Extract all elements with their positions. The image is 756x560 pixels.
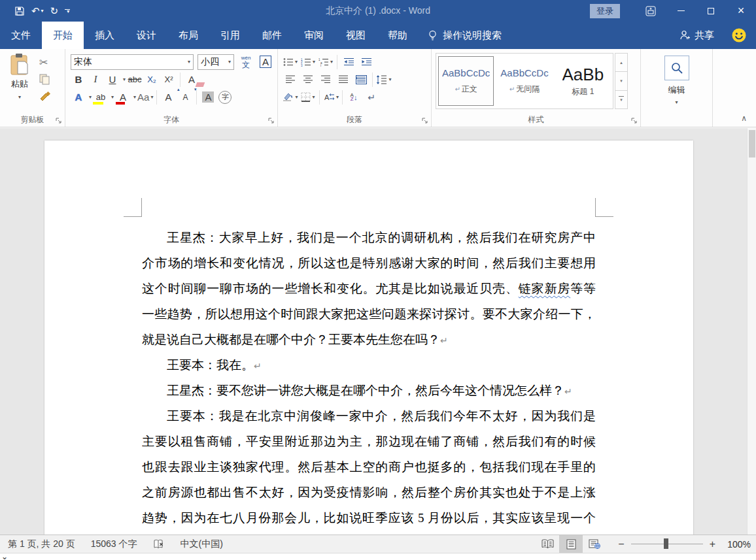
- font-color-button[interactable]: A: [115, 90, 131, 105]
- word-count[interactable]: 15063 个字: [83, 538, 145, 550]
- vertical-scrollbar[interactable]: [747, 128, 756, 535]
- tab-design[interactable]: 设计: [126, 22, 167, 49]
- tab-review[interactable]: 审阅: [293, 22, 335, 49]
- close-button[interactable]: ×: [726, 0, 756, 22]
- styles-more-button[interactable]: ▾: [615, 91, 628, 109]
- shrink-font-button[interactable]: A▾: [177, 90, 193, 105]
- format-painter-button[interactable]: [39, 90, 51, 103]
- editing-search-button[interactable]: [664, 56, 689, 80]
- read-mode-button[interactable]: [536, 535, 559, 553]
- smiley-feedback-icon[interactable]: [731, 27, 747, 43]
- styles-dialog-launcher[interactable]: [631, 118, 638, 124]
- italic-button[interactable]: I: [88, 72, 103, 88]
- tab-view[interactable]: 视图: [335, 22, 377, 49]
- distribute-button[interactable]: [352, 72, 369, 88]
- styles-scroll-up-button[interactable]: ▴: [615, 53, 628, 72]
- share-button[interactable]: 共享: [679, 29, 714, 42]
- shading-button[interactable]: ▾: [282, 90, 299, 105]
- redo-button[interactable]: ↻: [50, 5, 59, 17]
- chevron-down-icon[interactable]: ⌄: [1, 553, 8, 560]
- undo-button[interactable]: ↶▾: [31, 5, 44, 17]
- decrease-indent-button[interactable]: [340, 54, 357, 70]
- line-spacing-button[interactable]: ▾: [375, 72, 392, 88]
- ribbon-home: 粘贴 ▾ ✂ 剪贴板: [0, 49, 756, 127]
- phonetic-guide-button[interactable]: wén 文: [238, 54, 254, 70]
- ribbon-display-options-button[interactable]: [636, 0, 666, 22]
- justify-button[interactable]: [335, 72, 352, 88]
- clipboard-dialog-launcher[interactable]: [56, 118, 62, 124]
- character-border-button[interactable]: A: [258, 54, 273, 70]
- customize-qat-button[interactable]: ▾: [65, 9, 70, 13]
- document-text[interactable]: 王星杰：大家早上好，我们是一个北京的调研机构，然后我们在研究房产中 介市场的增长…: [142, 225, 596, 535]
- copy-button[interactable]: [39, 73, 51, 86]
- styles-scroll-down-button[interactable]: ▾: [615, 72, 628, 90]
- align-right-button[interactable]: [317, 72, 334, 88]
- page-indicator[interactable]: 第 1 页, 共 20 页: [0, 538, 83, 550]
- style-heading1[interactable]: AaBb 标题 1: [555, 56, 611, 106]
- cut-button[interactable]: ✂: [39, 56, 51, 69]
- document-page[interactable]: 王星杰：大家早上好，我们是一个北京的调研机构，然后我们在研究房产中 介市场的增长…: [44, 140, 693, 535]
- zoom-out-button[interactable]: −: [618, 538, 624, 550]
- zoom-percentage[interactable]: 100%: [722, 539, 751, 550]
- minimize-button[interactable]: [666, 0, 696, 22]
- superscript-button[interactable]: X²: [161, 72, 177, 88]
- print-layout-button[interactable]: [559, 535, 583, 553]
- grow-font-button[interactable]: A▴: [160, 90, 176, 105]
- text-effects-button[interactable]: A: [71, 90, 86, 105]
- language-indicator[interactable]: 中文(中国): [173, 538, 231, 550]
- sort-button[interactable]: A Z ↓: [345, 90, 362, 105]
- paste-button[interactable]: 粘贴 ▾: [7, 53, 33, 103]
- change-case-button[interactable]: Aa▾: [137, 90, 153, 105]
- align-center-button[interactable]: [300, 72, 317, 88]
- borders-button[interactable]: ▾: [300, 90, 317, 105]
- editing-dropdown-icon[interactable]: ▾: [675, 99, 678, 105]
- increase-indent-button[interactable]: [358, 54, 375, 70]
- highlight-color-button[interactable]: ab: [93, 90, 109, 105]
- zoom-slider[interactable]: [631, 544, 703, 544]
- font-name-combobox[interactable]: 宋体 ▾: [71, 54, 194, 70]
- tab-home[interactable]: 开始: [42, 22, 84, 49]
- undo-dropdown-icon[interactable]: ▾: [41, 8, 44, 14]
- enclose-characters-button[interactable]: 字: [217, 90, 233, 105]
- maximize-button[interactable]: [696, 0, 726, 22]
- print-layout-icon: [566, 539, 576, 550]
- tab-references[interactable]: 引用: [209, 22, 251, 49]
- multilevel-list-button[interactable]: 1ai ▾: [317, 54, 334, 70]
- align-left-button[interactable]: [282, 72, 299, 88]
- collapse-ribbon-button[interactable]: ∧: [741, 114, 747, 123]
- save-icon[interactable]: [14, 6, 25, 16]
- style-normal[interactable]: AaBbCcDc ↵正文: [438, 56, 494, 106]
- tab-file[interactable]: 文件: [0, 22, 42, 49]
- sign-in-button[interactable]: 登录: [590, 4, 620, 18]
- asian-layout-button[interactable]: A ▾: [322, 90, 339, 105]
- tab-layout[interactable]: 布局: [167, 22, 209, 49]
- font-size-combobox[interactable]: 小四 ▾: [198, 54, 234, 70]
- zoom-in-button[interactable]: +: [710, 538, 715, 550]
- clear-formatting-button[interactable]: A: [184, 72, 199, 88]
- numbering-button[interactable]: 123 ▾: [300, 54, 317, 70]
- underline-dropdown-icon[interactable]: ▾: [123, 76, 126, 82]
- style-no-spacing[interactable]: AaBbCcDc ↵无间隔: [496, 56, 552, 106]
- tab-insert[interactable]: 插入: [84, 22, 126, 49]
- tab-help[interactable]: 帮助: [377, 22, 419, 49]
- editing-label[interactable]: 编辑: [668, 84, 685, 96]
- proofing-status[interactable]: [145, 539, 173, 550]
- bullets-button[interactable]: ▾: [282, 54, 299, 70]
- font-dialog-launcher[interactable]: [268, 118, 275, 124]
- highlight-dropdown-icon[interactable]: ▾: [111, 94, 114, 100]
- zoom-slider-handle[interactable]: [664, 538, 668, 549]
- tell-me-search[interactable]: 操作说明搜索: [419, 22, 511, 49]
- paste-dropdown-icon[interactable]: ▾: [18, 94, 21, 100]
- show-hide-marks-button[interactable]: ↵: [363, 90, 380, 105]
- font-color-dropdown-icon[interactable]: ▾: [133, 94, 136, 100]
- bold-button[interactable]: B: [71, 72, 86, 88]
- subscript-button[interactable]: X₂: [144, 72, 160, 88]
- scrollbar-thumb[interactable]: [749, 130, 755, 157]
- text-effects-dropdown-icon[interactable]: ▾: [89, 94, 92, 100]
- web-layout-button[interactable]: [583, 535, 606, 553]
- character-shading-button[interactable]: A: [200, 90, 216, 105]
- underline-button[interactable]: U: [105, 72, 120, 88]
- strikethrough-button[interactable]: abc: [127, 72, 143, 88]
- tab-mailings[interactable]: 邮件: [251, 22, 293, 49]
- paragraph-dialog-launcher[interactable]: [422, 118, 428, 124]
